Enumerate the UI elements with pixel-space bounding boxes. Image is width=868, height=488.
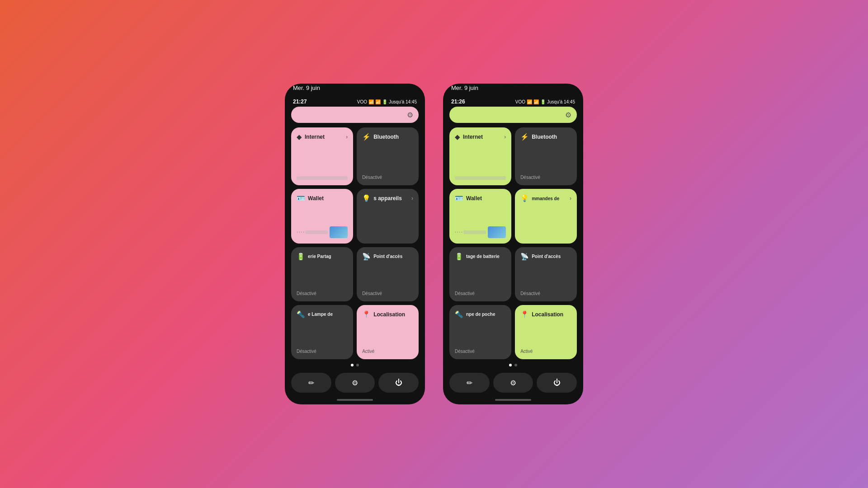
tiles-grid-pink: ◆ Internet › ⚡ Bluetooth Désactivé 🪪 Wal… <box>285 127 425 359</box>
tile-hotspot-label-pink: Point d'accès <box>373 254 413 259</box>
status-bar-green: 21:26 VOO 📶 📶 🔋 Jusqu'à 14:45 <box>443 94 583 107</box>
tile-internet-pink[interactable]: ◆ Internet › <box>291 127 353 185</box>
bulb-icon-pink: 💡 <box>362 194 371 202</box>
tile-batterie-label-pink: erie Partag <box>308 254 348 259</box>
home-indicator-pink <box>337 399 373 401</box>
wallet-dots-pink: ···· <box>297 230 305 235</box>
batterie-subtitle-pink: Désactivé <box>297 291 348 296</box>
bluetooth-subtitle-pink: Désactivé <box>362 175 413 180</box>
edit-button-green[interactable]: ✏ <box>449 373 490 393</box>
battery-label-pink: Jusqu'à 14:45 <box>389 99 417 104</box>
tile-lampe-label-green: npe de poche <box>466 312 506 317</box>
phone-pink: Mer. 9 juin 21:27 VOO 📶 📶 🔋 Jusqu'à 14:4… <box>285 84 425 404</box>
location-icon-green: 📍 <box>520 310 529 319</box>
hotspot-subtitle-pink: Désactivé <box>362 291 413 296</box>
location-icon-pink: 📍 <box>362 310 371 319</box>
battery-share-icon-green: 🔋 <box>455 253 463 261</box>
wifi-status-icon-pink: 📶 <box>375 99 381 104</box>
dot-1-green <box>509 364 512 366</box>
wallet-icon-pink: 🪪 <box>297 194 305 202</box>
carrier-green: VOO <box>515 99 525 104</box>
date-label-green: Mer. 9 juin <box>451 84 478 91</box>
bluetooth-icon-green: ⚡ <box>520 133 529 141</box>
localisation-subtitle-green: Activé <box>520 349 571 354</box>
tile-batterie-label-green: tage de batterie <box>466 254 506 259</box>
wallet-icon-green: 🪪 <box>455 194 463 202</box>
tile-appareils-pink[interactable]: 💡 s appareils › <box>357 189 419 243</box>
flashlight-icon-pink: 🔦 <box>297 310 305 319</box>
tile-wallet-pink[interactable]: 🪪 Wallet ···· <box>291 189 353 243</box>
settings-icon-pink: ⚙ <box>352 379 358 387</box>
arrow-internet-pink: › <box>346 134 348 140</box>
tiles-grid-green: ◆ Internet › ⚡ Bluetooth Désactivé 🪪 Wal… <box>443 127 583 359</box>
tile-localisation-green[interactable]: 📍 Localisation Activé <box>515 305 577 359</box>
hotspot-subtitle-green: Désactivé <box>520 291 571 296</box>
carrier-pink: VOO <box>357 99 367 104</box>
tile-wallet-green[interactable]: 🪪 Wallet ···· <box>449 189 511 243</box>
status-right-green: VOO 📶 📶 🔋 Jusqu'à 14:45 <box>515 99 575 104</box>
tile-bluetooth-pink[interactable]: ⚡ Bluetooth Désactivé <box>357 127 419 185</box>
tile-bluetooth-green[interactable]: ⚡ Bluetooth Désactivé <box>515 127 577 185</box>
tile-lampe-label-pink: e Lampe de <box>308 312 348 317</box>
internet-network-pink <box>297 176 348 180</box>
lampe-subtitle-green: Désactivé <box>455 349 506 354</box>
power-button-green[interactable]: ⏻ <box>537 373 577 393</box>
hotspot-icon-green: 📡 <box>520 253 529 261</box>
tile-localisation-pink[interactable]: 📍 Localisation Activé <box>357 305 419 359</box>
bottom-buttons-pink: ✏ ⚙ ⏻ <box>285 370 425 399</box>
wallet-card-pink <box>330 226 348 238</box>
tile-lampe-green[interactable]: 🔦 npe de poche Désactivé <box>449 305 511 359</box>
phone-green: Mer. 9 juin 21:26 VOO 📶 📶 🔋 Jusqu'à 14:4… <box>443 84 583 404</box>
tile-appareils-label-pink: s appareils <box>373 195 409 202</box>
tile-wallet-label-pink: Wallet <box>308 195 348 202</box>
brightness-icon-green: ⚙ <box>565 111 571 119</box>
time-pink: 21:27 <box>293 99 307 105</box>
tile-hotspot-pink[interactable]: 📡 Point d'accès Désactivé <box>357 247 419 301</box>
tile-lampe-pink[interactable]: 🔦 e Lampe de Désactivé <box>291 305 353 359</box>
settings-button-green[interactable]: ⚙ <box>493 373 533 393</box>
hotspot-icon-pink: 📡 <box>362 253 371 261</box>
arrow-commandes-green: › <box>570 195 571 202</box>
wifi-icon-green: ◆ <box>455 133 460 141</box>
tile-commandes-green[interactable]: 💡 mmandes de › <box>515 189 577 243</box>
tile-localisation-label-pink: Localisation <box>373 311 413 318</box>
edit-button-pink[interactable]: ✏ <box>291 373 331 393</box>
tile-internet-green[interactable]: ◆ Internet › <box>449 127 511 185</box>
battery-icon-green: 🔋 <box>540 99 546 104</box>
brightness-bar-green[interactable]: ⚙ <box>449 107 577 123</box>
flashlight-icon-green: 🔦 <box>455 310 463 319</box>
arrow-internet-green: › <box>504 134 506 140</box>
dot-2-pink <box>356 364 359 366</box>
tile-hotspot-label-green: Point d'accès <box>532 254 571 259</box>
brightness-bar-pink[interactable]: ⚙ <box>291 107 419 123</box>
tile-batterie-pink[interactable]: 🔋 erie Partag Désactivé <box>291 247 353 301</box>
bluetooth-icon-pink: ⚡ <box>362 133 371 141</box>
settings-button-pink[interactable]: ⚙ <box>335 373 375 393</box>
internet-network-green <box>455 176 506 180</box>
arrow-appareils-pink: › <box>411 195 413 202</box>
tile-commandes-label-green: mmandes de <box>532 196 567 201</box>
home-indicator-green <box>495 399 531 401</box>
wifi-icon-pink: ◆ <box>297 133 302 141</box>
dots-indicator-pink <box>285 359 425 370</box>
bottom-buttons-green: ✏ ⚙ ⏻ <box>443 370 583 399</box>
tile-hotspot-green[interactable]: 📡 Point d'accès Désactivé <box>515 247 577 301</box>
tile-batterie-green[interactable]: 🔋 tage de batterie Désactivé <box>449 247 511 301</box>
wifi-status-icon-green: 📶 <box>533 99 539 104</box>
power-icon-green: ⏻ <box>553 379 561 387</box>
status-right-pink: VOO 📶 📶 🔋 Jusqu'à 14:45 <box>357 99 417 104</box>
date-bar-green: Mer. 9 juin <box>443 84 583 94</box>
date-bar-pink: Mer. 9 juin <box>285 84 425 94</box>
edit-icon-pink: ✏ <box>308 379 314 387</box>
wallet-dots-green: ···· <box>455 230 463 235</box>
dots-indicator-green <box>443 359 583 370</box>
tile-localisation-label-green: Localisation <box>532 311 571 318</box>
power-button-pink[interactable]: ⏻ <box>378 373 419 393</box>
tile-internet-label-green: Internet <box>463 134 501 140</box>
date-label-pink: Mer. 9 juin <box>293 84 320 91</box>
power-icon-pink: ⏻ <box>395 379 402 387</box>
batterie-subtitle-green: Désactivé <box>455 291 506 296</box>
time-green: 21:26 <box>451 99 465 105</box>
lampe-subtitle-pink: Désactivé <box>297 349 348 354</box>
bluetooth-subtitle-green: Désactivé <box>520 175 571 180</box>
